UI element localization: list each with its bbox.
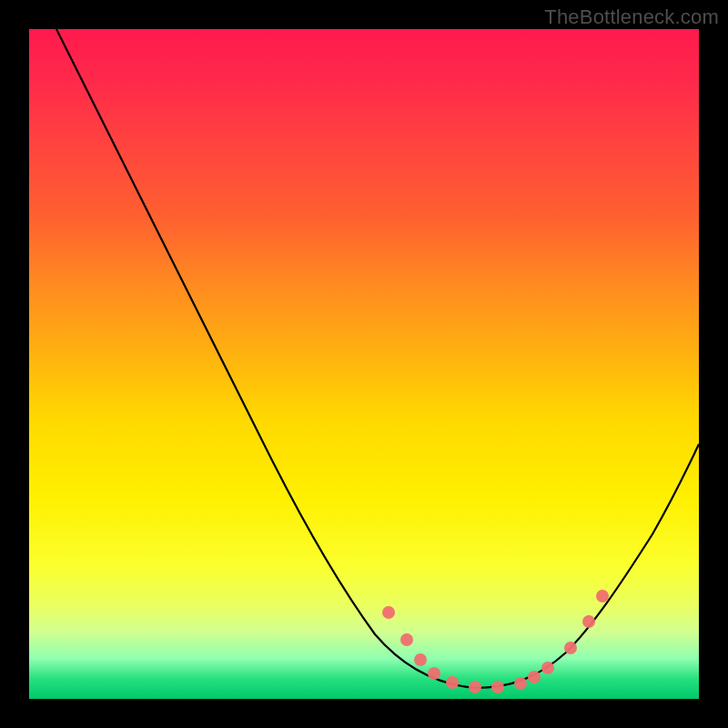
svg-point-9 [541, 662, 554, 674]
watermark-text: TheBottleneck.com [544, 5, 719, 29]
svg-point-8 [528, 671, 541, 683]
svg-point-10 [564, 642, 577, 654]
svg-point-0 [382, 606, 395, 619]
svg-point-1 [400, 633, 413, 646]
svg-point-7 [514, 677, 527, 690]
svg-point-11 [582, 615, 595, 628]
marker-group [382, 590, 609, 693]
chart-frame: TheBottleneck.com [0, 0, 728, 728]
svg-point-5 [469, 681, 481, 693]
curve-svg [29, 29, 699, 699]
svg-point-2 [414, 653, 427, 666]
bottleneck-curve-path [56, 29, 699, 688]
svg-point-12 [596, 590, 609, 602]
svg-point-4 [446, 676, 459, 689]
svg-point-3 [428, 667, 440, 680]
svg-point-6 [491, 681, 504, 693]
